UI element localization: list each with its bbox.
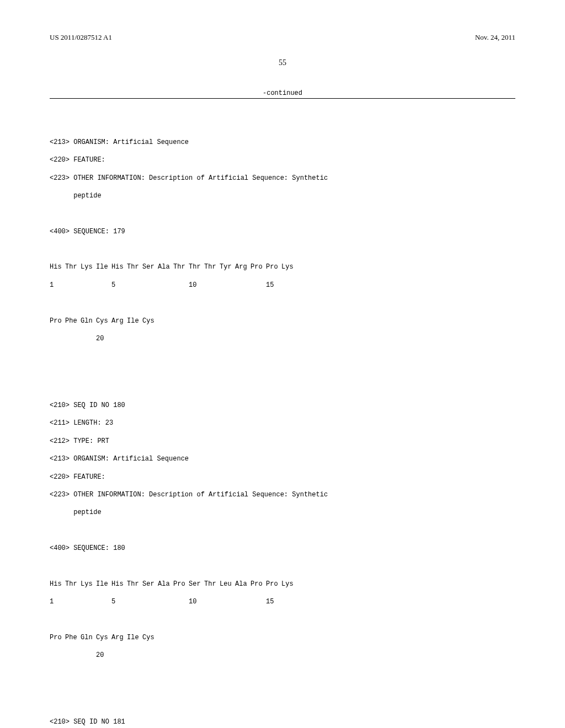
tag-220: <220> FEATURE: — [50, 156, 515, 164]
seq-row-2: ProPheGlnCysArgIleCys — [50, 317, 515, 325]
page-number: 55 — [50, 58, 515, 67]
tag-213: <213> ORGANISM: Artificial Sequence — [50, 454, 515, 463]
page-header: US 2011/0287512 A1 Nov. 24, 2011 — [50, 33, 515, 42]
seq-num-row-2: 20 — [50, 651, 515, 660]
horizontal-rule — [50, 98, 515, 99]
seq-block-179: <213> ORGANISM: Artificial Sequence <220… — [50, 129, 515, 352]
seq-block-180: <210> SEQ ID NO 180 <211> LENGTH: 23 <21… — [50, 392, 515, 669]
seq-num-row-1: 151015 — [50, 281, 515, 290]
tag-223-cont: peptide — [50, 191, 515, 200]
seq-row-2: ProPheGlnCysArgIleCys — [50, 633, 515, 642]
continued-label: -continued — [50, 89, 515, 97]
seq-num-row-2: 20 — [50, 334, 515, 343]
seq-block-181: <210> SEQ ID NO 181 <211> LENGTH: 23 <21… — [50, 709, 515, 728]
publication-date: Nov. 24, 2011 — [475, 33, 515, 42]
tag-223-cont: peptide — [50, 508, 515, 517]
tag-223: <223> OTHER INFORMATION: Description of … — [50, 174, 515, 183]
tag-212: <212> TYPE: PRT — [50, 437, 515, 446]
tag-211: <211> LENGTH: 23 — [50, 419, 515, 427]
tag-210: <210> SEQ ID NO 181 — [50, 718, 515, 726]
publication-number: US 2011/0287512 A1 — [50, 33, 112, 42]
seq-num-row-1: 151015 — [50, 597, 515, 606]
seq-row-1: HisThrLysIleHisThrSerAlaProSerThrLeuAlaP… — [50, 580, 515, 588]
tag-213: <213> ORGANISM: Artificial Sequence — [50, 138, 515, 147]
tag-400: <400> SEQUENCE: 180 — [50, 544, 515, 553]
tag-223: <223> OTHER INFORMATION: Description of … — [50, 490, 515, 499]
sequence-listing: <213> ORGANISM: Artificial Sequence <220… — [50, 102, 515, 728]
tag-210: <210> SEQ ID NO 180 — [50, 401, 515, 410]
tag-400: <400> SEQUENCE: 179 — [50, 227, 515, 236]
tag-220: <220> FEATURE: — [50, 473, 515, 481]
seq-row-1: HisThrLysIleHisThrSerAlaThrThrThrTyrArgP… — [50, 263, 515, 271]
